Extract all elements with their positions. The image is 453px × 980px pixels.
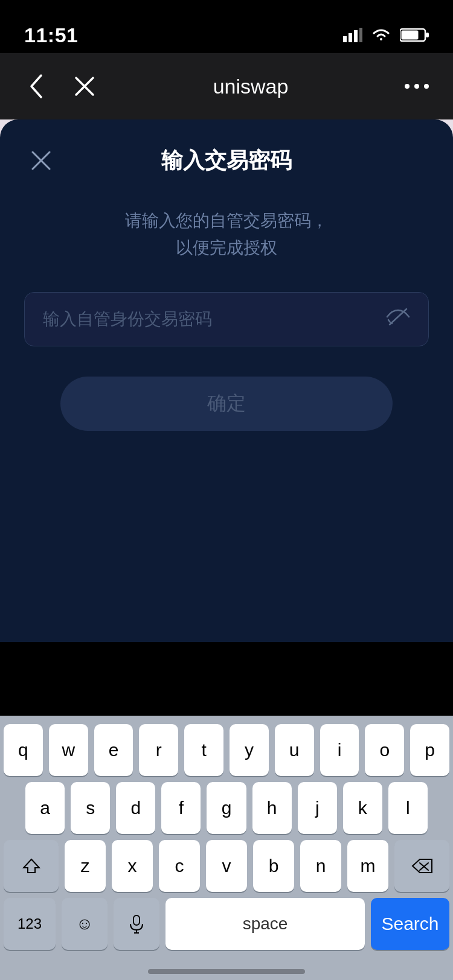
key-z[interactable]: z xyxy=(65,840,106,892)
key-b[interactable]: b xyxy=(253,840,294,892)
key-e[interactable]: e xyxy=(94,724,133,776)
key-n[interactable]: n xyxy=(300,840,341,892)
browser-nav: uniswap xyxy=(0,53,453,119)
keyboard-row-1: q w e r t y u i o p xyxy=(4,724,449,776)
mic-key[interactable] xyxy=(114,898,159,950)
modal-subtitle-line1: 请输入您的自管交易密码， xyxy=(125,211,328,230)
modal-subtitle-line2: 以便完成授权 xyxy=(176,238,277,257)
confirm-button[interactable]: 确定 xyxy=(60,377,393,431)
modal-close-button[interactable] xyxy=(24,144,58,177)
signal-icon xyxy=(343,28,362,42)
keyboard-row-3: z x c v b n m xyxy=(4,840,449,892)
home-indicator xyxy=(148,969,305,974)
confirm-button-label: 确定 xyxy=(207,390,246,417)
key-p[interactable]: p xyxy=(410,724,449,776)
key-h[interactable]: h xyxy=(252,782,292,834)
back-button[interactable] xyxy=(18,68,54,104)
battery-icon xyxy=(400,27,429,43)
key-x[interactable]: x xyxy=(112,840,153,892)
shift-key[interactable] xyxy=(4,840,59,892)
keyboard: q w e r t y u i o p a s d f g h j k l z … xyxy=(0,716,453,980)
delete-key[interactable] xyxy=(394,840,449,892)
nav-more-button[interactable] xyxy=(399,68,435,104)
status-time: 11:51 xyxy=(24,24,78,47)
svg-rect-23 xyxy=(133,915,140,925)
status-bar: 11:51 xyxy=(0,0,453,53)
modal-title: 输入交易密码 xyxy=(58,146,395,176)
emoji-key[interactable]: ☺ xyxy=(62,898,108,950)
key-v[interactable]: v xyxy=(206,840,247,892)
password-input[interactable] xyxy=(43,310,386,329)
key-a[interactable]: a xyxy=(25,782,65,834)
key-f[interactable]: f xyxy=(161,782,201,834)
key-r[interactable]: r xyxy=(139,724,178,776)
key-m[interactable]: m xyxy=(347,840,388,892)
svg-rect-6 xyxy=(402,31,419,40)
svg-rect-0 xyxy=(343,36,347,42)
status-icons xyxy=(343,27,429,43)
key-y[interactable]: y xyxy=(230,724,269,776)
key-c[interactable]: c xyxy=(159,840,200,892)
svg-point-10 xyxy=(414,84,419,89)
svg-point-9 xyxy=(405,84,410,89)
keyboard-row-4: 123 ☺ space Search xyxy=(4,898,449,950)
key-k[interactable]: k xyxy=(343,782,382,834)
svg-rect-3 xyxy=(359,28,362,42)
key-u[interactable]: u xyxy=(275,724,314,776)
space-key[interactable]: space xyxy=(165,898,365,950)
modal-subtitle: 请输入您的自管交易密码， 以便完成授权 xyxy=(0,208,453,262)
svg-point-11 xyxy=(424,84,429,89)
browser-title: uniswap xyxy=(115,75,387,98)
key-o[interactable]: o xyxy=(365,724,404,776)
key-t[interactable]: t xyxy=(184,724,223,776)
key-q[interactable]: q xyxy=(4,724,43,776)
svg-rect-5 xyxy=(426,33,429,37)
key-j[interactable]: j xyxy=(298,782,337,834)
key-i[interactable]: i xyxy=(320,724,359,776)
key-s[interactable]: s xyxy=(71,782,110,834)
password-modal: 输入交易密码 请输入您的自管交易密码， 以便完成授权 确定 xyxy=(0,119,453,642)
modal-header: 输入交易密码 xyxy=(0,119,453,177)
number-key[interactable]: 123 xyxy=(4,898,56,950)
password-input-wrap xyxy=(24,292,429,346)
search-key[interactable]: Search xyxy=(371,898,449,950)
svg-rect-2 xyxy=(354,30,358,42)
key-w[interactable]: w xyxy=(49,724,88,776)
svg-rect-1 xyxy=(349,33,352,42)
key-d[interactable]: d xyxy=(116,782,155,834)
close-button[interactable] xyxy=(66,68,103,104)
key-g[interactable]: g xyxy=(207,782,246,834)
wifi-icon xyxy=(371,27,391,43)
toggle-password-visibility-button[interactable] xyxy=(386,308,410,330)
key-l[interactable]: l xyxy=(388,782,428,834)
keyboard-row-2: a s d f g h j k l xyxy=(4,782,449,834)
